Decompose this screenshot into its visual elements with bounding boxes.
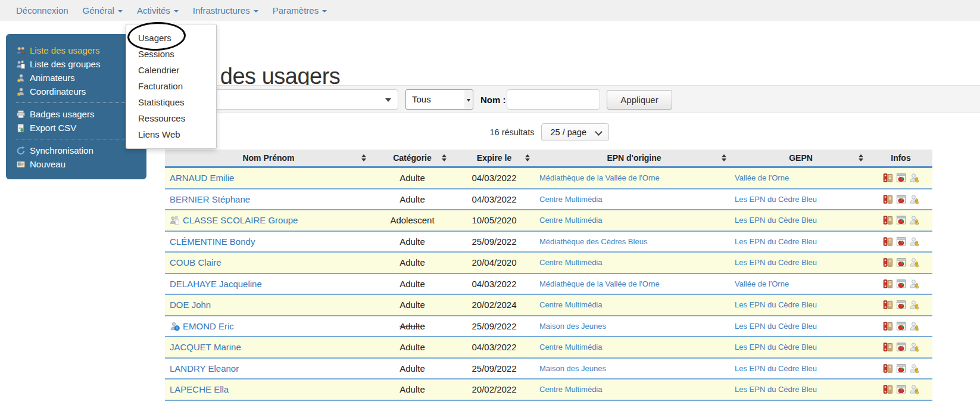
- gepn-link[interactable]: Les EPN du Cèdre Bleu: [735, 385, 817, 394]
- history-books-icon[interactable]: [883, 173, 893, 183]
- report-stats-icon[interactable]: [896, 194, 906, 204]
- user-name-link[interactable]: BERNIER Stéphane: [170, 194, 250, 204]
- gepn-link[interactable]: Les EPN du Cèdre Bleu: [735, 322, 817, 331]
- user-coins-icon[interactable]: [909, 257, 919, 267]
- user-coins-icon[interactable]: [909, 215, 919, 225]
- nav-activites[interactable]: Activités: [137, 5, 179, 15]
- gepn-link[interactable]: Les EPN du Cèdre Bleu: [735, 364, 817, 373]
- category-select[interactable]: Tous: [405, 89, 473, 110]
- epn-link[interactable]: Centre Multimédia: [539, 258, 603, 267]
- sidebar-item-nouveau[interactable]: Nouveau: [16, 157, 141, 171]
- gepn-link[interactable]: Les EPN du Cèdre Bleu: [735, 237, 817, 246]
- nav-parametres[interactable]: Paramètres: [273, 5, 327, 15]
- column-header-expire-le[interactable]: Expire le: [452, 150, 536, 166]
- column-header-gepn[interactable]: GEPN: [732, 150, 869, 166]
- user-coins-icon[interactable]: [909, 384, 919, 394]
- report-stats-icon[interactable]: [896, 257, 906, 267]
- gepn-link[interactable]: Les EPN du Cèdre Bleu: [735, 216, 817, 225]
- epn-link[interactable]: Centre Multimédia: [539, 385, 603, 394]
- sidebar-item-liste-des-usagers[interactable]: Liste des usagers: [16, 43, 141, 57]
- gepn-link[interactable]: Les EPN du Cèdre Bleu: [735, 195, 817, 204]
- history-books-icon[interactable]: [883, 342, 893, 352]
- user-name-link[interactable]: JACQUET Marine: [170, 342, 241, 352]
- epn-link[interactable]: Centre Multimédia: [539, 300, 603, 309]
- epn-link[interactable]: Médiathèque de la Vallée de l'Orne: [539, 279, 660, 288]
- gepn-link[interactable]: Les EPN du Cèdre Bleu: [735, 300, 817, 309]
- user-name-link[interactable]: ARNAUD Emilie: [170, 173, 234, 183]
- epn-link[interactable]: Médiathèque de la Vallée de l'Orne: [539, 173, 660, 182]
- user-name-link[interactable]: CLÉMENTINE Bondy: [170, 236, 255, 247]
- epn-link[interactable]: Centre Multimédia: [539, 216, 603, 225]
- user-name-link[interactable]: EMOND Eric: [183, 321, 234, 331]
- history-books-icon[interactable]: [883, 194, 893, 204]
- user-name-link[interactable]: LAPECHE Ella: [170, 384, 229, 394]
- epn-link[interactable]: Maison des Jeunes: [539, 364, 606, 373]
- epn-link[interactable]: Médiathèque des Cèdres Bleus: [539, 237, 647, 246]
- nav-deconnexion[interactable]: Déconnexion: [16, 5, 68, 15]
- history-books-icon[interactable]: [883, 363, 893, 374]
- menu-item-statistiques[interactable]: Statistiques: [126, 94, 216, 110]
- column-header-epn-origine[interactable]: EPN d'origine: [536, 150, 732, 166]
- sort-icon[interactable]: [441, 154, 447, 161]
- history-books-icon[interactable]: [883, 215, 893, 225]
- history-books-icon[interactable]: [883, 300, 893, 310]
- nav-general[interactable]: Général: [83, 5, 123, 15]
- user-coins-icon[interactable]: [909, 300, 919, 310]
- epn-link[interactable]: Maison des Jeunes: [539, 322, 606, 331]
- user-coins-icon[interactable]: [909, 194, 919, 204]
- user-coins-icon[interactable]: [909, 363, 919, 374]
- report-stats-icon[interactable]: [896, 173, 906, 183]
- menu-item-usagers[interactable]: Usagers: [126, 30, 216, 46]
- user-name-link[interactable]: COUB Claire: [170, 257, 221, 267]
- page-size-select[interactable]: 25 / page: [541, 123, 609, 141]
- report-stats-icon[interactable]: [896, 321, 906, 331]
- epn-link[interactable]: Centre Multimédia: [539, 343, 603, 351]
- user-name-link[interactable]: CLASSE SCOLAIRE Groupe: [183, 215, 298, 225]
- sidebar-item-liste-des-groupes[interactable]: Liste des groupes: [16, 57, 141, 71]
- report-stats-icon[interactable]: [896, 215, 906, 225]
- user-coins-icon[interactable]: [909, 236, 919, 247]
- menu-item-liens-web[interactable]: Liens Web: [126, 126, 216, 142]
- sort-icon[interactable]: [721, 154, 726, 161]
- report-stats-icon[interactable]: [896, 342, 906, 352]
- history-books-icon[interactable]: [883, 279, 893, 289]
- sort-icon[interactable]: [525, 154, 530, 161]
- user-coins-icon[interactable]: [909, 342, 919, 352]
- history-books-icon[interactable]: [883, 384, 893, 394]
- user-coins-icon[interactable]: [909, 321, 919, 331]
- gepn-link[interactable]: Vallée de l'Orne: [735, 279, 789, 288]
- history-books-icon[interactable]: [883, 321, 893, 331]
- nav-infrastructures[interactable]: Infrastructures: [193, 5, 258, 15]
- menu-item-sessions[interactable]: Sessions: [126, 46, 216, 62]
- apply-button[interactable]: Appliquer: [607, 90, 672, 110]
- menu-item-facturation[interactable]: Facturation: [126, 78, 216, 94]
- column-header-nom-prenom[interactable]: Nom Prénom: [165, 150, 372, 166]
- column-header-categorie[interactable]: Catégorie: [372, 150, 452, 166]
- gepn-link[interactable]: Vallée de l'Orne: [735, 173, 789, 182]
- sort-icon[interactable]: [858, 154, 863, 161]
- report-stats-icon[interactable]: [896, 279, 906, 289]
- sidebar-item-export-csv[interactable]: Export CSV: [16, 121, 141, 135]
- report-stats-icon[interactable]: [896, 384, 906, 394]
- sort-icon[interactable]: [361, 154, 366, 161]
- report-stats-icon[interactable]: [896, 363, 906, 374]
- history-books-icon[interactable]: [883, 257, 893, 267]
- gepn-link[interactable]: Les EPN du Cèdre Bleu: [735, 343, 817, 351]
- user-name-link[interactable]: LANDRY Eleanor: [170, 363, 239, 374]
- sidebar-item-coordinateurs[interactable]: Coordinateurs: [16, 85, 141, 98]
- report-stats-icon[interactable]: [896, 236, 906, 247]
- menu-item-calendrier[interactable]: Calendrier: [126, 62, 216, 78]
- user-coins-icon[interactable]: [909, 173, 919, 183]
- sidebar-item-badges-usagers[interactable]: Badges usagers: [16, 107, 141, 121]
- name-filter-input[interactable]: [507, 89, 600, 110]
- history-books-icon[interactable]: [883, 236, 893, 247]
- user-coins-icon[interactable]: [909, 279, 919, 289]
- user-name-link[interactable]: DELAHAYE Jacqueline: [170, 279, 262, 289]
- gepn-link[interactable]: Les EPN du Cèdre Bleu: [735, 258, 817, 267]
- sidebar-item-animateurs[interactable]: Animateurs: [16, 71, 141, 85]
- menu-item-ressources[interactable]: Ressources: [126, 110, 216, 126]
- sidebar-item-synchronisation[interactable]: Synchronisation: [16, 144, 141, 157]
- epn-link[interactable]: Centre Multimédia: [539, 195, 603, 204]
- user-name-link[interactable]: DOE John: [170, 300, 211, 310]
- report-stats-icon[interactable]: [896, 300, 906, 310]
